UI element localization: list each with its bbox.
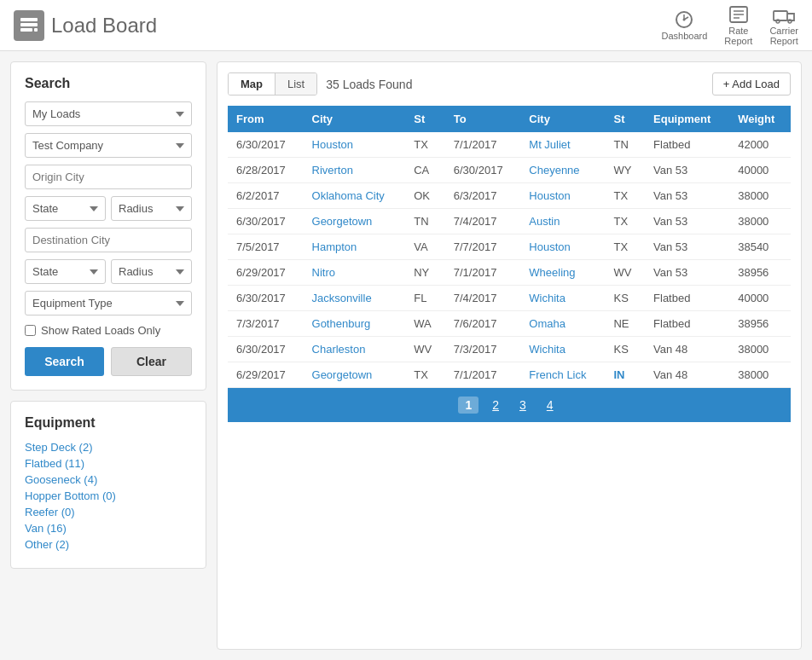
table-cell-date[interactable]: 6/30/2017 (228, 132, 304, 158)
table-cell-city[interactable]: Mt Juliet (520, 132, 605, 158)
table-cell-date[interactable]: 7/6/2017 (445, 311, 521, 337)
table-cell-city[interactable]: Wichita (520, 337, 605, 362)
table-cell-text: Van 53 (645, 183, 729, 209)
loads-found-label: 35 Loads Found (326, 78, 704, 91)
origin-state-radius-group: State Radius (25, 196, 192, 221)
dest-radius-select[interactable]: Radius (111, 259, 192, 284)
table-row[interactable]: 6/2/2017Oklahoma CityOK6/3/2017HoustonTX… (228, 183, 791, 209)
dest-city-input[interactable] (25, 228, 192, 252)
table-cell-date[interactable]: 7/5/2017 (228, 234, 304, 260)
table-row[interactable]: 7/3/2017GothenburgWA7/6/2017OmahaNEFlatb… (228, 311, 791, 337)
equipment-link[interactable]: Gooseneck (4) (25, 473, 97, 486)
table-cell-city[interactable]: Austin (520, 209, 605, 234)
loads-table: FromCityStToCityStEquipmentWeight 6/30/2… (228, 106, 791, 388)
nav-rate-report[interactable]: Rate Report (724, 5, 752, 46)
table-cell-city[interactable]: Nitro (304, 260, 406, 286)
table-cell-date[interactable]: 6/29/2017 (228, 260, 304, 286)
table-cell-text: 40000 (729, 286, 791, 311)
load-type-select[interactable]: My Loads (25, 101, 192, 126)
company-select[interactable]: Test Company (25, 133, 192, 158)
table-row[interactable]: 6/29/2017GeorgetownTX7/1/2017French Lick… (228, 362, 791, 388)
table-cell-city[interactable]: French Lick (520, 362, 605, 388)
dest-state-select[interactable]: State (25, 259, 106, 284)
table-cell-city[interactable]: Jacksonville (304, 286, 406, 311)
origin-state-select[interactable]: State (25, 196, 106, 221)
origin-radius-select[interactable]: Radius (111, 196, 192, 221)
table-row[interactable]: 6/30/2017CharlestonWV7/3/2017WichitaKSVa… (228, 337, 791, 362)
table-cell-city[interactable]: Wichita (520, 286, 605, 311)
table-cell-date[interactable]: 7/7/2017 (445, 234, 521, 260)
table-cell-city[interactable]: Riverton (304, 158, 406, 183)
equipment-link[interactable]: Van (16) (25, 522, 67, 535)
equipment-link[interactable]: Flatbed (11) (25, 457, 84, 470)
equipment-list-item[interactable]: Gooseneck (4) (25, 473, 192, 486)
table-cell-date[interactable]: 6/30/2017 (445, 158, 521, 183)
origin-city-input[interactable] (25, 165, 192, 189)
show-rated-checkbox[interactable] (25, 325, 36, 336)
table-row[interactable]: 6/30/2017GeorgetownTN7/4/2017AustinTXVan… (228, 209, 791, 234)
table-cell-date[interactable]: 7/1/2017 (445, 132, 521, 158)
table-cell-date[interactable]: 6/2/2017 (228, 183, 304, 209)
equipment-link[interactable]: Hopper Bottom (0) (25, 489, 116, 502)
table-cell-date[interactable]: 6/3/2017 (445, 183, 521, 209)
table-cell-city[interactable]: Houston (304, 132, 406, 158)
equipment-list-item[interactable]: Other (2) (25, 538, 192, 551)
table-cell-city[interactable]: Charleston (304, 337, 406, 362)
equipment-list-item[interactable]: Van (16) (25, 522, 192, 535)
table-cell-date[interactable]: 6/30/2017 (228, 209, 304, 234)
table-cell-city[interactable]: Oklahoma City (304, 183, 406, 209)
tab-list[interactable]: List (276, 73, 316, 95)
equipment-list-item[interactable]: Flatbed (11) (25, 457, 192, 470)
table-cell-city[interactable]: Georgetown (304, 362, 406, 388)
table-cell-state-highlight: TX (605, 183, 645, 209)
table-cell-date[interactable]: 7/4/2017 (445, 286, 521, 311)
table-cell-date[interactable]: 6/28/2017 (228, 158, 304, 183)
table-cell-date[interactable]: 7/4/2017 (445, 209, 521, 234)
table-cell-date[interactable]: 7/1/2017 (445, 362, 521, 388)
table-col-city: City (304, 106, 406, 132)
add-load-button[interactable]: + Add Load (712, 72, 791, 96)
svg-rect-1 (20, 23, 38, 26)
equipment-link[interactable]: Step Deck (2) (25, 441, 92, 454)
table-row[interactable]: 6/29/2017NitroNY7/1/2017WheelingWVVan 53… (228, 260, 791, 286)
table-cell-city[interactable]: Houston (520, 234, 605, 260)
show-rated-label: Show Rated Loads Only (41, 324, 160, 337)
table-cell-date[interactable]: 6/29/2017 (228, 362, 304, 388)
nav-carrier-report[interactable]: Carrier Report (769, 5, 798, 46)
search-button[interactable]: Search (25, 347, 104, 376)
equipment-card: Equipment Step Deck (2)Flatbed (11)Goose… (10, 401, 206, 569)
table-cell-date[interactable]: 7/3/2017 (228, 311, 304, 337)
page-btn-3[interactable]: 3 (513, 397, 533, 414)
table-cell-state-highlight: WY (605, 158, 645, 183)
table-row[interactable]: 6/30/2017JacksonvilleFL7/4/2017WichitaKS… (228, 286, 791, 311)
table-cell-city[interactable]: Gothenburg (304, 311, 406, 337)
table-cell-city[interactable]: Houston (520, 183, 605, 209)
equipment-list-item[interactable]: Reefer (0) (25, 506, 192, 518)
table-cell-text: 38000 (729, 362, 791, 388)
page-btn-4[interactable]: 4 (540, 397, 560, 414)
clear-button[interactable]: Clear (111, 347, 192, 376)
equipment-list-item[interactable]: Hopper Bottom (0) (25, 489, 192, 502)
table-cell-date[interactable]: 7/3/2017 (445, 337, 521, 362)
table-cell-city[interactable]: Hampton (304, 234, 406, 260)
equipment-link[interactable]: Reefer (0) (25, 506, 75, 518)
equipment-link[interactable]: Other (2) (25, 538, 69, 551)
equipment-type-select[interactable]: Equipment Type (25, 291, 192, 316)
table-cell-city[interactable]: Omaha (520, 311, 605, 337)
table-row[interactable]: 6/28/2017RivertonCA6/30/2017CheyenneWYVa… (228, 158, 791, 183)
tab-map[interactable]: Map (229, 73, 276, 95)
table-row[interactable]: 7/5/2017HamptonVA7/7/2017HoustonTXVan 53… (228, 234, 791, 260)
table-cell-date[interactable]: 6/30/2017 (228, 286, 304, 311)
nav-dashboard[interactable]: Dashboard (662, 10, 708, 41)
table-cell-city[interactable]: Wheeling (520, 260, 605, 286)
table-cell-date[interactable]: 7/1/2017 (445, 260, 521, 286)
page-btn-2[interactable]: 2 (485, 397, 506, 414)
table-cell-text: Flatbed (645, 311, 729, 337)
app-header: Load Board Dashboard (0, 0, 812, 51)
table-cell-city[interactable]: Cheyenne (520, 158, 605, 183)
table-row[interactable]: 6/30/2017HoustonTX7/1/2017Mt JulietTNFla… (228, 132, 791, 158)
page-btn-1[interactable]: 1 (458, 397, 478, 414)
table-cell-city[interactable]: Georgetown (304, 209, 406, 234)
equipment-list-item[interactable]: Step Deck (2) (25, 441, 192, 454)
table-cell-date[interactable]: 6/30/2017 (228, 337, 304, 362)
